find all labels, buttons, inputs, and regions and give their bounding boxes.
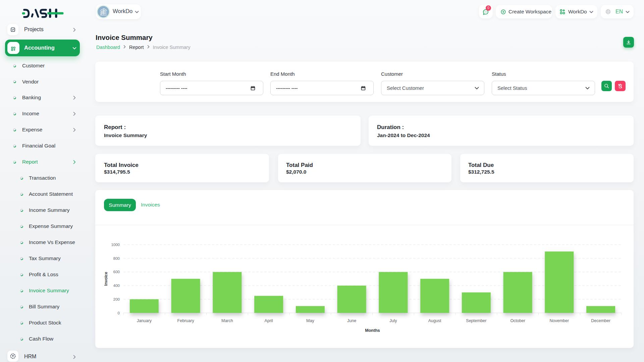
svg-text:0: 0 (118, 311, 120, 315)
svg-text:November: November (550, 318, 569, 323)
svg-text:April: April (265, 318, 273, 323)
svg-text:September: September (466, 318, 486, 323)
svg-text:January: January (137, 318, 152, 323)
svg-text:Months: Months (365, 328, 380, 333)
svg-text:Invoice: Invoice (104, 272, 108, 286)
svg-text:February: February (177, 318, 195, 323)
svg-text:400: 400 (113, 284, 120, 288)
svg-text:800: 800 (113, 256, 120, 260)
svg-text:August: August (428, 318, 441, 323)
svg-text:May: May (306, 318, 314, 323)
svg-text:1000: 1000 (111, 243, 120, 247)
svg-text:October: October (510, 318, 525, 323)
svg-text:600: 600 (113, 270, 120, 274)
svg-text:July: July (389, 318, 397, 323)
svg-text:200: 200 (113, 297, 120, 301)
svg-text:December: December (591, 318, 610, 323)
svg-text:March: March (221, 318, 233, 323)
svg-text:June: June (347, 318, 356, 323)
